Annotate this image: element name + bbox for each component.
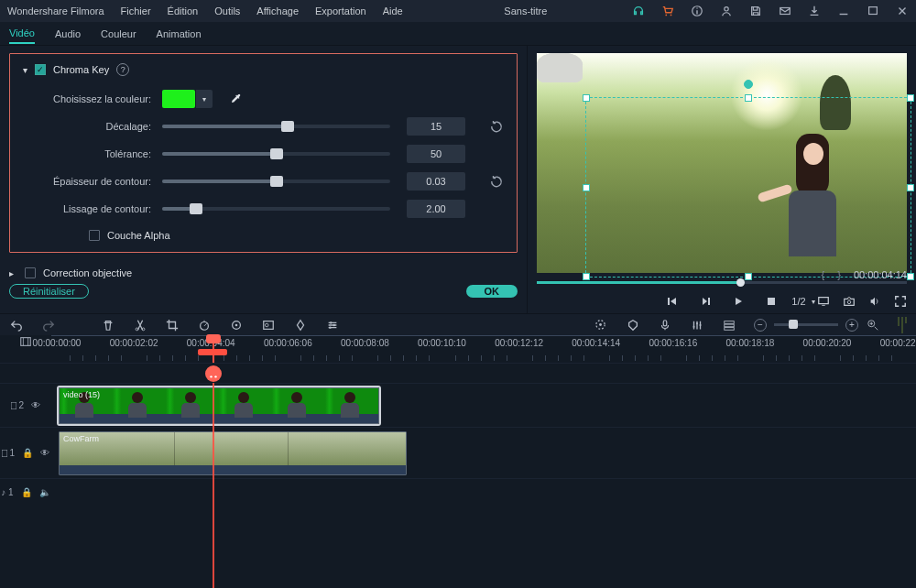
mixer-icon[interactable] <box>690 318 703 332</box>
keyframe-icon[interactable] <box>293 318 307 332</box>
reset-button[interactable]: Réinitialiser <box>9 284 89 299</box>
preview-canvas[interactable] <box>537 53 907 273</box>
lens-checkbox[interactable] <box>25 267 36 278</box>
offset-reset-icon[interactable] <box>489 119 504 134</box>
tab-couleur[interactable]: Couleur <box>101 25 136 43</box>
clip-green-screen[interactable]: video (15) <box>59 387 379 424</box>
undo-icon[interactable] <box>9 318 23 332</box>
title-bar: Wondershare Filmora Fichier Édition Outi… <box>0 0 916 22</box>
split-icon[interactable] <box>133 318 147 332</box>
snapshot-icon[interactable] <box>843 295 856 308</box>
speed-icon[interactable] <box>197 318 211 332</box>
resize-handle[interactable] <box>745 94 752 102</box>
offset-slider[interactable] <box>162 125 390 128</box>
menu-aide[interactable]: Aide <box>383 5 403 16</box>
redo-icon[interactable] <box>41 318 55 332</box>
cart-icon[interactable] <box>661 5 674 17</box>
maximize-icon[interactable] <box>867 5 879 17</box>
tolerance-value[interactable]: 50 <box>407 145 465 163</box>
step-back-icon[interactable] <box>699 295 712 308</box>
resize-handle[interactable] <box>583 94 590 102</box>
alpha-checkbox[interactable] <box>89 230 100 241</box>
track-manager-icon[interactable] <box>722 318 736 332</box>
voiceover-icon[interactable] <box>658 318 671 332</box>
crop-icon[interactable] <box>165 318 179 332</box>
zoom-fit-icon[interactable] <box>866 318 879 332</box>
track-v2: ⎕ 2👁 video (15) <box>0 383 916 427</box>
tab-animation[interactable]: Animation <box>157 25 202 43</box>
clip-name: CowFarm <box>63 434 99 443</box>
adjust-icon[interactable] <box>325 318 339 332</box>
edge-thickness-slider[interactable] <box>162 180 390 183</box>
document-title: Sans-titre <box>420 5 632 16</box>
eyedropper-icon[interactable] <box>229 93 242 105</box>
clip-cowfarm[interactable]: CowFarm <box>59 431 407 475</box>
playhead[interactable] <box>213 336 214 363</box>
headset-icon[interactable] <box>632 5 645 17</box>
zoom-ratio[interactable]: 1/2▾ <box>791 296 814 307</box>
lock-icon[interactable]: 🔒 <box>21 487 32 497</box>
lens-disclosure-icon[interactable]: ▸ <box>9 268 14 278</box>
color-icon[interactable] <box>229 318 243 332</box>
color-swatch[interactable] <box>162 90 195 108</box>
save-icon[interactable] <box>749 5 762 17</box>
download-icon[interactable] <box>808 5 821 17</box>
visibility-icon[interactable]: 👁 <box>40 448 49 458</box>
resize-handle[interactable] <box>583 184 590 191</box>
delete-icon[interactable] <box>101 318 114 332</box>
timeline-zoom[interactable]: − + <box>754 318 879 332</box>
play-icon[interactable] <box>732 295 745 308</box>
rotate-handle[interactable] <box>744 80 753 89</box>
minimize-icon[interactable] <box>837 5 850 17</box>
ruler-label: 00:00:16:16 <box>649 338 697 348</box>
resize-handle[interactable] <box>907 94 914 102</box>
timeline: 00:00:00:0000:00:02:0200:00:04:0400:00:0… <box>0 335 916 588</box>
menu-exportation[interactable]: Exportation <box>315 5 366 16</box>
menu-edition[interactable]: Édition <box>168 5 199 16</box>
menu-outils[interactable]: Outils <box>214 5 240 16</box>
chroma-disclosure-icon[interactable]: ▾ <box>23 65 27 75</box>
close-icon[interactable] <box>896 5 909 17</box>
svg-point-14 <box>234 323 237 326</box>
menu-affichage[interactable]: Affichage <box>256 5 299 16</box>
edge-thickness-reset-icon[interactable] <box>489 174 504 189</box>
zoom-in-icon[interactable]: + <box>845 319 858 332</box>
mark-in-icon[interactable]: { <box>822 269 825 280</box>
green-screen-icon[interactable] <box>261 318 275 332</box>
tolerance-slider[interactable] <box>162 152 390 156</box>
tab-video[interactable]: Vidéo <box>9 24 35 44</box>
display-icon[interactable] <box>817 295 830 308</box>
lock-icon[interactable]: 🔒 <box>22 448 33 458</box>
mail-icon[interactable] <box>779 5 791 17</box>
ok-button[interactable]: OK <box>466 285 518 298</box>
edge-smooth-value[interactable]: 2.00 <box>407 200 465 218</box>
resize-handle[interactable] <box>907 184 914 191</box>
info-icon[interactable] <box>691 5 703 17</box>
offset-value[interactable]: 15 <box>407 117 465 136</box>
tolerance-label: Tolérance: <box>23 148 151 159</box>
render-icon[interactable] <box>594 318 607 332</box>
mute-icon[interactable]: 🔈 <box>39 487 50 497</box>
visibility-icon[interactable]: 👁 <box>31 400 40 410</box>
timeline-ruler[interactable]: 00:00:00:0000:00:02:0200:00:04:0400:00:0… <box>0 335 916 363</box>
playhead-line[interactable] <box>213 383 214 588</box>
frame-back-icon[interactable] <box>666 295 679 308</box>
volume-icon[interactable] <box>868 295 881 308</box>
selection-box[interactable] <box>585 97 911 278</box>
color-dropdown[interactable]: ▾ <box>196 90 213 108</box>
user-icon[interactable] <box>720 5 733 17</box>
fullscreen-icon[interactable] <box>894 295 907 308</box>
edge-smooth-slider[interactable] <box>162 207 390 211</box>
chroma-enabled-checkbox[interactable]: ✓ <box>35 64 46 75</box>
alpha-label: Couche Alpha <box>107 230 170 241</box>
mark-out-icon[interactable]: } <box>837 269 841 280</box>
edge-thickness-value[interactable]: 0.03 <box>407 172 465 191</box>
audio-meter-icon[interactable] <box>898 317 907 333</box>
zoom-out-icon[interactable]: − <box>754 319 767 332</box>
menu-fichier[interactable]: Fichier <box>121 5 151 16</box>
stop-icon[interactable] <box>765 295 778 308</box>
marker-icon[interactable] <box>626 318 639 332</box>
chroma-help-icon[interactable]: ? <box>116 63 129 76</box>
tab-audio[interactable]: Audio <box>55 25 81 43</box>
resize-handle[interactable] <box>907 273 914 280</box>
